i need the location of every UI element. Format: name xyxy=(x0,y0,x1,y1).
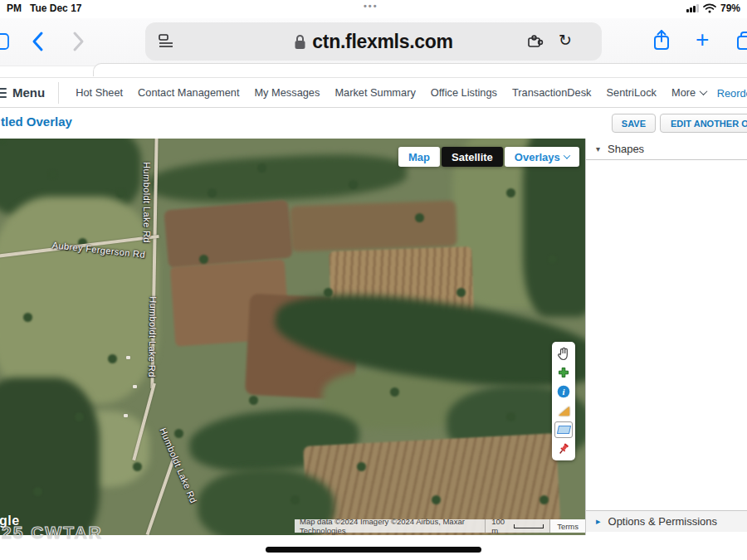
content-row: Humboldt Lake Rd Aubrey Fergerson Rd Hum… xyxy=(0,139,747,535)
chevron-down-icon xyxy=(700,87,708,95)
nav-divider xyxy=(58,82,59,104)
edit-another-overlay-button[interactable]: EDIT ANOTHER OVER xyxy=(660,114,747,133)
pin-icon[interactable] xyxy=(554,441,573,457)
page-content-edge xyxy=(93,63,747,76)
status-bar: PM Tue Dec 17 ••• 79% xyxy=(0,0,747,18)
draw-shape-icon[interactable] xyxy=(554,421,573,438)
pan-hand-icon[interactable] xyxy=(554,345,573,362)
triangle-down-icon: ▾ xyxy=(596,144,600,153)
right-sidebar: ▾ Shapes ▸ Options & Permissions xyxy=(585,139,747,535)
share-icon[interactable] xyxy=(652,29,671,55)
nav-item-contact-management[interactable]: Contact Management xyxy=(138,86,239,99)
overlays-dropdown[interactable]: Overlays xyxy=(505,147,579,167)
map-tool-palette: i xyxy=(552,342,575,460)
wifi-icon xyxy=(703,3,716,13)
page-title: tled Overlay xyxy=(1,114,72,129)
overlays-label: Overlays xyxy=(515,151,560,163)
overlay-toolbar: tled Overlay SAVE EDIT ANOTHER OVER xyxy=(0,108,747,139)
map-type-controls: Map Satellite Overlays xyxy=(398,147,579,167)
more-label: More xyxy=(671,86,696,99)
shapes-label: Shapes xyxy=(608,143,644,155)
multitasking-dots-icon[interactable]: ••• xyxy=(364,1,378,11)
road-label-humboldt-lake-rd: Humboldt Lake Rd xyxy=(142,153,152,251)
sidebar-icon[interactable] xyxy=(0,32,10,54)
shapes-list-empty xyxy=(586,160,747,510)
flexmls-nav-bar: Menu Hot Sheet Contact Management My Mes… xyxy=(0,77,747,108)
ipad-screen: PM Tue Dec 17 ••• 79% xyxy=(0,0,747,560)
imagery-watermark: 25 CWTAR xyxy=(2,523,103,543)
save-button[interactable]: SAVE xyxy=(612,114,656,133)
reload-icon[interactable]: ↻ xyxy=(559,31,572,50)
menu-label: Menu xyxy=(12,85,45,100)
reader-icon[interactable] xyxy=(159,34,173,51)
map-canvas[interactable]: Humboldt Lake Rd Aubrey Fergerson Rd Hum… xyxy=(0,139,585,535)
browser-toolbar: ctn.flexmls.com ↻ + xyxy=(0,18,747,66)
new-tab-icon[interactable]: + xyxy=(696,29,709,51)
options-label: Options & Permissions xyxy=(608,515,718,528)
map-attribution-bar: Map data ©2024 Imagery ©2024 Airbus, Max… xyxy=(295,519,585,533)
road-label-humboldt-lake-rd: Humboldt Lake Rd xyxy=(147,288,159,386)
tabs-icon[interactable] xyxy=(736,31,747,53)
measure-icon[interactable] xyxy=(554,402,573,419)
home-indicator[interactable] xyxy=(266,547,481,553)
triangle-right-icon: ▸ xyxy=(596,516,601,527)
scale-bar xyxy=(514,524,544,528)
nav-item-my-messages[interactable]: My Messages xyxy=(254,86,320,99)
scale-control: 100 m xyxy=(485,519,550,533)
scale-label: 100 m xyxy=(491,517,510,535)
satellite-imagery xyxy=(0,139,585,535)
nav-item-sentrilock[interactable]: SentriLock xyxy=(607,86,657,99)
shapes-section-header[interactable]: ▾ Shapes xyxy=(586,139,747,160)
lock-icon xyxy=(294,34,306,50)
clock-date: Tue Dec 17 xyxy=(30,2,81,14)
satellite-view-button[interactable]: Satellite xyxy=(442,147,503,167)
forward-icon[interactable] xyxy=(70,30,86,56)
attribution-text: Map data ©2024 Imagery ©2024 Airbus, Max… xyxy=(295,519,485,533)
menu-button[interactable]: Menu xyxy=(0,78,58,107)
hamburger-icon xyxy=(0,88,7,98)
nav-item-transactiondesk[interactable]: TransactionDesk xyxy=(512,86,592,99)
info-icon[interactable]: i xyxy=(554,383,573,400)
nav-item-hot-sheet[interactable]: Hot Sheet xyxy=(76,86,123,99)
add-icon[interactable] xyxy=(554,364,573,381)
reorder-link[interactable]: Reorder xyxy=(717,87,747,100)
extensions-icon[interactable] xyxy=(527,34,544,51)
address-bar[interactable]: ctn.flexmls.com ↻ xyxy=(145,22,602,61)
nav-item-market-summary[interactable]: Market Summary xyxy=(334,86,415,99)
battery-percent: 79% xyxy=(720,2,740,14)
nav-item-more[interactable]: More xyxy=(671,86,706,99)
clock-time: PM xyxy=(7,2,22,14)
nav-item-office-listings[interactable]: Office Listings xyxy=(431,86,497,99)
chevron-down-icon xyxy=(564,152,570,158)
url-text: ctn.flexmls.com xyxy=(312,31,452,53)
terms-link[interactable]: Terms xyxy=(550,519,585,533)
cellular-signal-icon xyxy=(686,4,699,12)
options-permissions-header[interactable]: ▸ Options & Permissions xyxy=(586,510,747,532)
back-icon[interactable] xyxy=(30,30,46,56)
map-view-button[interactable]: Map xyxy=(398,147,440,167)
bottom-strip xyxy=(0,535,747,560)
